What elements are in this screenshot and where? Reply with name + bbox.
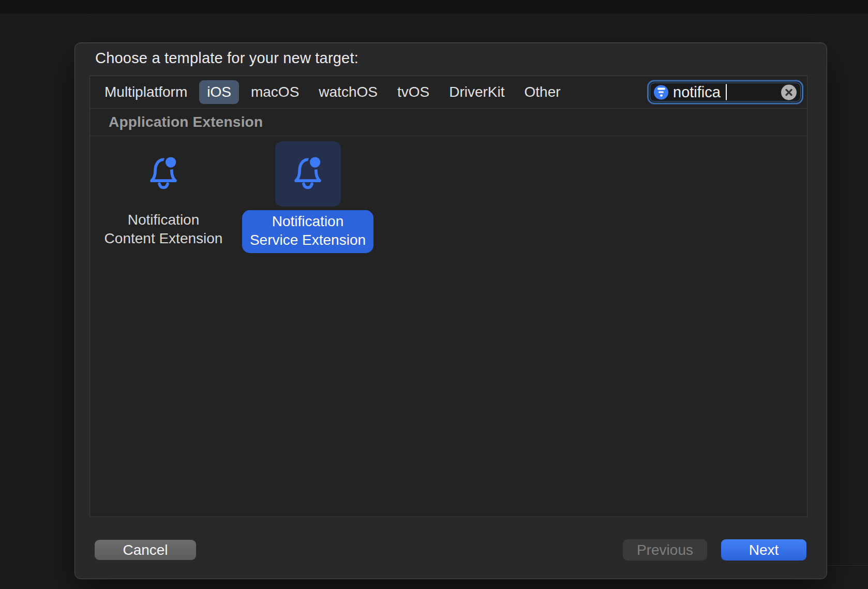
tab-watchos[interactable]: watchOS [311, 80, 385, 104]
next-button[interactable]: Next [721, 539, 806, 561]
template-label-line1: Notification [104, 211, 223, 229]
new-target-template-dialog: Choose a template for your new target: M… [74, 42, 827, 579]
template-notification-service-extension[interactable]: Notification Service Extension [241, 141, 375, 253]
tab-driverkit[interactable]: DriverKit [441, 80, 512, 104]
cancel-button[interactable]: Cancel [95, 540, 196, 560]
template-notification-content-extension[interactable]: Notification Content Extension [97, 141, 230, 248]
clear-icon[interactable] [781, 84, 797, 100]
previous-button[interactable]: Previous [623, 539, 707, 561]
template-search-field[interactable]: notifica [647, 80, 803, 105]
template-label-selected: Notification Service Extension [242, 210, 373, 253]
background-top-band [0, 0, 868, 14]
search-input[interactable]: notifica [673, 84, 721, 101]
template-label-line2: Service Extension [250, 231, 366, 249]
tab-multiplatform[interactable]: Multiplatform [97, 80, 195, 104]
bell-badge-icon [290, 155, 325, 193]
tab-ios[interactable]: iOS [199, 80, 239, 104]
template-label: Notification Content Extension [104, 211, 223, 248]
section-header-row: Application Extension [90, 109, 807, 136]
text-cursor [726, 84, 727, 100]
filter-icon[interactable] [654, 85, 668, 99]
x-glyph [785, 88, 793, 96]
tab-tvos[interactable]: tvOS [390, 80, 437, 104]
template-label-line1: Notification [250, 212, 366, 231]
search-field-inner: notifica [650, 83, 801, 102]
bell-badge-icon [146, 155, 181, 193]
template-icon-tile [131, 141, 197, 207]
section-header: Application Extension [109, 114, 263, 130]
template-grid: Notification Content Extension Notificat… [90, 136, 807, 517]
template-chooser: Multiplatform iOS macOS watchOS tvOS Dri… [89, 76, 807, 517]
background-divider-line [827, 565, 868, 566]
platform-tab-bar: Multiplatform iOS macOS watchOS tvOS Dri… [90, 76, 807, 109]
template-icon-tile-selected [275, 141, 341, 207]
tab-other[interactable]: Other [517, 80, 568, 104]
dialog-title: Choose a template for your new target: [95, 50, 358, 67]
tab-macos[interactable]: macOS [243, 80, 307, 104]
template-label-line2: Content Extension [104, 229, 223, 248]
